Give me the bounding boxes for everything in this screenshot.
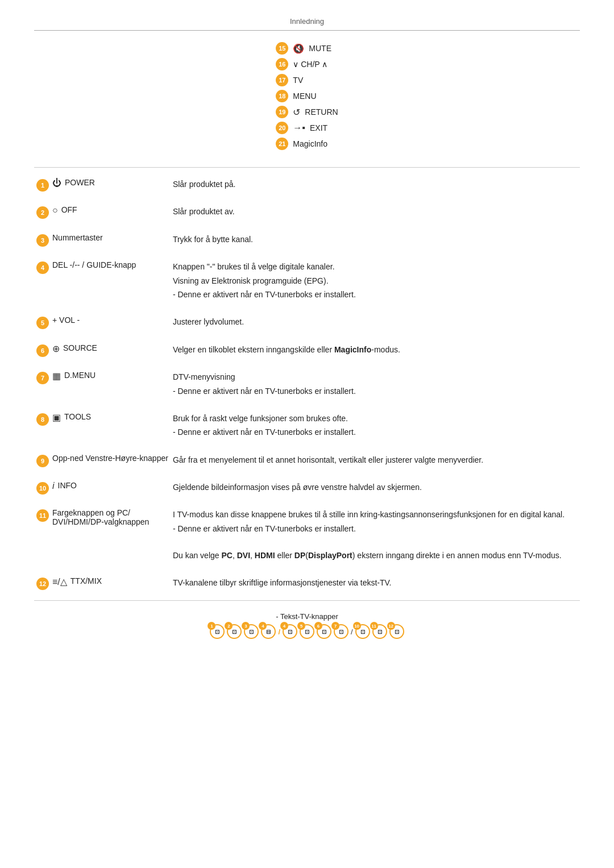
desc-text: Går fra et menyelement til et annet hori… (173, 454, 578, 466)
list-item: 20 →▪ EXIT (276, 122, 338, 134)
desc-cell: Justerer lydvolumet. (171, 312, 580, 333)
table-row: 6 ⊕ SOURCE Velger en tilkoblet ekstern i… (34, 340, 580, 360)
tt-icon-2: 2⊡ (227, 624, 242, 639)
source-icon: ⊕ (52, 343, 60, 354)
tt-icon-11: 12⊡ (389, 624, 404, 639)
table-row: 10 i INFO Gjeldende bildeinformasjon vis… (34, 477, 580, 498)
badge-18: 18 (276, 90, 288, 102)
return-label: RETURN (305, 107, 338, 117)
badge-16: 16 (276, 58, 288, 70)
desc-text: Velger en tilkoblet ekstern inngangskild… (173, 343, 578, 356)
tv-label: TV (293, 76, 303, 85)
badge-4: 4 (36, 261, 49, 274)
badge-11: 11 (36, 509, 49, 522)
tt-icon-10: 11⊡ (372, 624, 387, 639)
key-label: 2 ○ OFF (36, 205, 168, 219)
desc-text: Visning av Elektronisk programguide (EPG… (173, 275, 578, 287)
key-name: + VOL - (52, 315, 80, 325)
key-name: D.MENU (64, 371, 96, 380)
key-label: 12 ≡/△ TTX/MIX (36, 576, 168, 590)
list-item: 18 MENU (276, 90, 338, 102)
key-label: 3 Nummertaster (36, 233, 168, 247)
table-row: 8 ▣ TOOLS Bruk for å raskt velge funksjo… (34, 409, 580, 443)
key-name: Opp-ned Venstre-Høyre-knapper (52, 454, 168, 463)
key-name: Fargeknappen og PC/DVI/HDMI/DP-valgknapp… (52, 508, 149, 526)
bottom-section: - Tekst-TV-knapper 1⊡ 2⊡ 3⊡ 4⊟ / 4⊡ 5⊡ 6… (34, 612, 580, 639)
desc-cell: Slår produktet på. (171, 175, 580, 195)
key-label: 10 i INFO (36, 481, 168, 495)
tt-slash2: / (351, 628, 353, 636)
badge-12: 12 (36, 578, 49, 590)
badge-20: 20 (276, 122, 288, 134)
desc-text: Slår produktet på. (173, 178, 578, 190)
badge-2: 2 (36, 206, 49, 219)
badge-6: 6 (36, 344, 49, 357)
exit-icon: →▪ (293, 123, 305, 133)
table-row: 1 ⏻ POWER Slår produktet på. (34, 175, 580, 195)
desc-text: Bruk for å raskt velge funksjoner som br… (173, 412, 578, 425)
mute-icon: 🔇 (293, 43, 304, 54)
table-row: 7 ▦ D.MENU DTV-menyvisning - Denne er ak… (34, 367, 580, 402)
bottom-icons: 1⊡ 2⊡ 3⊡ 4⊟ / 4⊡ 5⊡ 6⊡ 7⊡ / 10⊡ 11⊡ 12⊡ (34, 624, 580, 639)
desc-text: Gjeldende bildeinformasjon vises på øvre… (173, 481, 578, 493)
desc-text: Trykk for å bytte kanal. (173, 233, 578, 246)
desc-cell: I TV-modus kan disse knappene brukes til… (171, 505, 580, 566)
key-name: Nummertaster (52, 233, 103, 242)
desc-text: - Denne er aktivert når en TV-tunerboks … (173, 522, 578, 535)
tt-icon-5: 4⊡ (283, 624, 297, 639)
key-label: 1 ⏻ POWER (36, 178, 168, 192)
key-label: 6 ⊕ SOURCE (36, 343, 168, 357)
badge-19: 19 (276, 106, 288, 118)
tools-icon: ▣ (52, 412, 61, 423)
mute-label: MUTE (309, 44, 331, 53)
top-list: 15 🔇 MUTE 16 ∨ CH/P ∧ 17 TV 18 MENU 19 ↺… (276, 42, 338, 150)
tt-icon-1: 1⊡ (210, 624, 225, 639)
top-section: 15 🔇 MUTE 16 ∨ CH/P ∧ 17 TV 18 MENU 19 ↺… (34, 42, 580, 150)
tt-icon-6: 5⊡ (300, 624, 314, 639)
badge-3: 3 (36, 234, 49, 247)
desc-text: - Denne er aktivert når en TV-tunerboks … (173, 385, 578, 397)
tt-icon-4: 4⊟ (261, 624, 276, 639)
table-row: 3 Nummertaster Trykk for å bytte kanal. (34, 230, 580, 250)
key-label: 8 ▣ TOOLS (36, 412, 168, 426)
key-label: 11 Fargeknappen og PC/DVI/HDMI/DP-valgkn… (36, 508, 168, 526)
key-label: 7 ▦ D.MENU (36, 371, 168, 384)
desc-text: I TV-modus kan disse knappene brukes til… (173, 508, 578, 521)
bottom-label: - Tekst-TV-knapper (34, 612, 580, 621)
teletext-icon-group: 1⊡ 2⊡ 3⊡ 4⊟ / 4⊡ 5⊡ 6⊡ 7⊡ / 10⊡ 11⊡ 12⊡ (210, 624, 404, 639)
table-row: 5 + VOL - Justerer lydvolumet. (34, 312, 580, 333)
key-name: OFF (61, 205, 77, 214)
badge-1: 1 (36, 179, 49, 192)
desc-text: Knappen "-" brukes til å velge digitale … (173, 260, 578, 273)
menu-label: MENU (293, 92, 316, 101)
table-row: 12 ≡/△ TTX/MIX TV-kanalene tilbyr skrift… (34, 573, 580, 593)
desc-cell: Bruk for å raskt velge funksjoner som br… (171, 409, 580, 443)
desc-cell: Gjeldende bildeinformasjon vises på øvre… (171, 477, 580, 498)
desc-cell: Går fra et menyelement til et annet hori… (171, 450, 580, 471)
desc-text: Slår produktet av. (173, 205, 578, 218)
badge-7: 7 (36, 372, 49, 384)
key-label: 4 DEL -/-- / GUIDE-knapp (36, 260, 168, 274)
ttx-icon: ≡/△ (52, 576, 67, 587)
exit-label: EXIT (310, 123, 327, 132)
desc-text: - Denne er aktivert når en TV-tunerboks … (173, 426, 578, 438)
key-label: 5 + VOL - (36, 315, 168, 329)
dmenu-icon: ▦ (52, 371, 61, 381)
desc-text: TV-kanalene tilbyr skriftlige informasjo… (173, 576, 578, 589)
page-header: Innledning (34, 17, 580, 31)
list-item: 15 🔇 MUTE (276, 42, 338, 55)
table-row: 4 DEL -/-- / GUIDE-knapp Knappen "-" bru… (34, 257, 580, 305)
list-item: 17 TV (276, 74, 338, 86)
badge-9: 9 (36, 455, 49, 467)
return-icon: ↺ (293, 107, 300, 118)
magicinfo-label: MagicInfo (293, 139, 327, 148)
desc-cell: Slår produktet av. (171, 202, 580, 222)
power-icon: ⏻ (52, 178, 61, 188)
off-icon: ○ (52, 205, 58, 215)
desc-cell: TV-kanalene tilbyr skriftlige informasjo… (171, 573, 580, 593)
key-name: INFO (58, 481, 77, 490)
tt-icon-9: 10⊡ (355, 624, 370, 639)
tt-icon-7: 6⊡ (317, 624, 331, 639)
main-table: 1 ⏻ POWER Slår produktet på. 2 ○ OFF Slå… (34, 175, 580, 593)
table-row: 11 Fargeknappen og PC/DVI/HDMI/DP-valgkn… (34, 505, 580, 566)
